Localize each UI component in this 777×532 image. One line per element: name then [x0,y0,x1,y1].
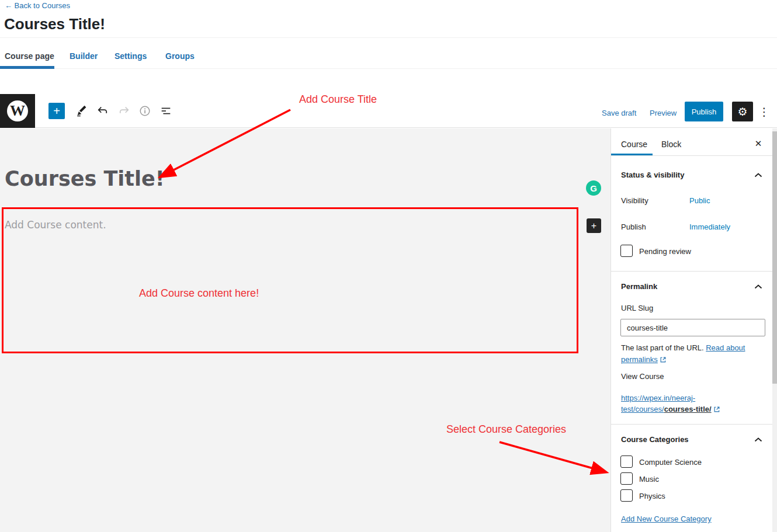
redo-icon [117,105,130,117]
category-checkbox-physics[interactable] [620,489,633,502]
sidebar-tab-block[interactable]: Block [661,140,681,149]
permalink-collapse-button[interactable] [751,282,765,291]
course-title-field[interactable]: Courses Title! [5,167,165,190]
visibility-label: Visibility [621,196,648,205]
chevron-up-icon [754,284,762,290]
info-icon [138,105,151,117]
course-url-line2[interactable]: test/courses/ [621,405,664,413]
tab-settings[interactable]: Settings [115,51,147,61]
publish-button[interactable]: Publish [685,102,723,121]
section-divider [611,271,772,272]
undo-button[interactable] [95,103,111,119]
publish-value-link[interactable]: Immediately [689,222,730,231]
grammarly-button[interactable]: G [586,180,601,196]
block-inserter-button[interactable]: + [48,103,65,119]
course-url-line1[interactable]: https://wpex.in/neeraj- [621,394,695,402]
add-block-button[interactable]: + [587,218,601,233]
external-link-icon [713,405,720,416]
back-to-courses-link[interactable]: ← Back to Courses [5,1,70,10]
course-editor-screen: ← Back to Courses Courses Title! Course … [0,0,777,532]
page-title: Courses Title! [4,15,105,33]
course-content-placeholder[interactable]: Add Course content. [5,219,106,231]
category-label: Physics [639,492,665,500]
undo-icon [96,105,109,117]
visibility-value-link[interactable]: Public [689,196,710,205]
pending-review-checkbox[interactable] [620,245,633,257]
gear-icon: ⚙ [737,105,747,119]
plus-icon: + [53,105,60,118]
category-checkbox-music[interactable] [620,472,633,485]
course-url-link[interactable]: https://wpex.in/neeraj- test/courses/cou… [621,392,758,416]
edit-tool-button[interactable] [74,103,90,119]
close-sidebar-button[interactable]: ✕ [751,137,765,151]
grammarly-icon: G [590,183,597,193]
course-url-slug[interactable]: courses-title/ [664,405,712,413]
active-tab-underline [0,66,54,69]
tab-course-page[interactable]: Course page [5,51,54,61]
plus-icon: + [591,221,596,231]
chevron-up-icon [754,172,762,178]
wordpress-logo-button[interactable]: W [0,94,35,128]
permalink-helper-text: The last part of the URL. Read about per… [621,342,758,367]
permalink-heading[interactable]: Permalink [621,282,657,291]
external-link-icon [660,355,667,367]
categories-collapse-button[interactable] [751,435,765,444]
section-divider [611,424,772,425]
kebab-menu-icon: ⋮ [759,105,770,119]
category-checkbox-computer-science[interactable] [620,455,633,468]
settings-button[interactable]: ⚙ [732,102,753,121]
course-categories-heading[interactable]: Course Categories [621,435,689,444]
save-draft-button[interactable]: Save draft [602,109,636,117]
header-divider [0,37,777,38]
sidebar-scrollbar-track[interactable] [772,128,777,532]
view-course-label: View Course [621,372,664,381]
add-new-course-category-link[interactable]: Add New Course Category [621,514,712,523]
sidebar-tabrow-border [611,155,777,156]
settings-sidebar: Course Block ✕ Status & visibility Visib… [610,128,777,532]
tab-builder[interactable]: Builder [70,51,98,61]
pending-review-label: Pending review [639,247,691,256]
tab-row-divider [0,68,777,69]
category-label: Computer Science [639,458,702,467]
helper-text: The last part of the URL. [621,343,706,352]
redo-button[interactable] [116,103,132,119]
url-slug-input[interactable] [620,319,765,336]
tab-groups[interactable]: Groups [165,51,195,61]
editor-canvas[interactable]: Courses Title! G Add Course content. + [0,128,610,532]
sidebar-tab-course[interactable]: Course [621,140,647,149]
url-slug-label: URL Slug [621,304,653,312]
status-collapse-button[interactable] [751,171,765,180]
preview-button[interactable]: Preview [650,109,677,117]
wordpress-logo-icon: W [7,100,28,121]
pencil-icon [75,105,88,117]
details-button[interactable] [137,103,153,119]
list-view-button[interactable] [158,103,174,119]
sidebar-scrollbar-thumb[interactable] [772,131,777,384]
chevron-up-icon [754,437,762,443]
close-icon: ✕ [755,138,762,149]
publish-label: Publish [621,222,646,231]
more-options-button[interactable]: ⋮ [757,102,771,121]
status-visibility-heading[interactable]: Status & visibility [621,171,684,179]
list-view-icon [159,105,172,117]
category-label: Music [639,475,659,484]
